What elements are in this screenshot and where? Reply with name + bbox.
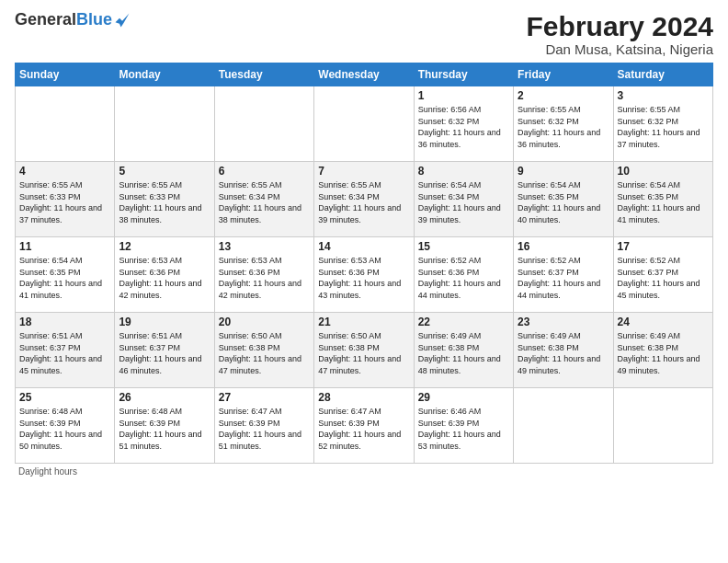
logo-blue-text: Blue [76, 10, 112, 29]
day-number: 24 [618, 316, 709, 328]
calendar-cell: 6Sunrise: 6:55 AM Sunset: 6:34 PM Daylig… [214, 162, 313, 237]
header: GeneralBlue February 2024 Dan Musa, Kats… [15, 11, 713, 57]
calendar-cell: 25Sunrise: 6:48 AM Sunset: 6:39 PM Dayli… [16, 388, 115, 464]
calendar-week-row: 25Sunrise: 6:48 AM Sunset: 6:39 PM Dayli… [16, 388, 713, 464]
day-number: 18 [19, 316, 110, 328]
calendar-cell: 7Sunrise: 6:55 AM Sunset: 6:34 PM Daylig… [314, 162, 414, 237]
day-number: 13 [219, 240, 310, 253]
day-number: 9 [518, 165, 609, 178]
calendar-cell [115, 86, 214, 162]
subtitle: Dan Musa, Katsina, Nigeria [527, 41, 713, 57]
day-number: 1 [418, 89, 509, 102]
day-info: Sunrise: 6:47 AM Sunset: 6:39 PM Dayligh… [219, 406, 310, 452]
calendar-cell: 27Sunrise: 6:47 AM Sunset: 6:39 PM Dayli… [214, 388, 313, 464]
calendar-day-header: Wednesday [314, 63, 414, 86]
calendar-cell: 28Sunrise: 6:47 AM Sunset: 6:39 PM Dayli… [314, 388, 414, 464]
day-info: Sunrise: 6:54 AM Sunset: 6:35 PM Dayligh… [19, 255, 110, 301]
day-info: Sunrise: 6:54 AM Sunset: 6:35 PM Dayligh… [618, 179, 709, 225]
calendar-cell: 8Sunrise: 6:54 AM Sunset: 6:34 PM Daylig… [414, 162, 513, 237]
calendar-cell [16, 86, 115, 162]
day-info: Sunrise: 6:48 AM Sunset: 6:39 PM Dayligh… [119, 406, 210, 452]
day-number: 26 [119, 391, 210, 404]
day-number: 11 [19, 240, 110, 253]
day-number: 2 [518, 89, 609, 102]
logo: GeneralBlue [15, 11, 131, 29]
day-number: 8 [418, 165, 509, 178]
day-number: 7 [318, 165, 409, 178]
day-number: 10 [618, 165, 709, 178]
day-number: 5 [119, 165, 210, 178]
day-info: Sunrise: 6:54 AM Sunset: 6:34 PM Dayligh… [418, 179, 509, 225]
calendar-cell: 13Sunrise: 6:53 AM Sunset: 6:36 PM Dayli… [214, 237, 313, 313]
day-info: Sunrise: 6:47 AM Sunset: 6:39 PM Dayligh… [318, 406, 409, 452]
calendar-cell: 24Sunrise: 6:49 AM Sunset: 6:38 PM Dayli… [613, 313, 712, 388]
day-info: Sunrise: 6:53 AM Sunset: 6:36 PM Dayligh… [119, 255, 210, 301]
day-info: Sunrise: 6:49 AM Sunset: 6:38 PM Dayligh… [518, 330, 609, 376]
calendar-cell: 4Sunrise: 6:55 AM Sunset: 6:33 PM Daylig… [16, 162, 115, 237]
calendar-cell: 9Sunrise: 6:54 AM Sunset: 6:35 PM Daylig… [514, 162, 613, 237]
calendar-cell: 26Sunrise: 6:48 AM Sunset: 6:39 PM Dayli… [115, 388, 214, 464]
calendar-cell: 21Sunrise: 6:50 AM Sunset: 6:38 PM Dayli… [314, 313, 414, 388]
day-number: 15 [418, 240, 509, 253]
calendar-cell: 16Sunrise: 6:52 AM Sunset: 6:37 PM Dayli… [514, 237, 613, 313]
calendar-cell: 3Sunrise: 6:55 AM Sunset: 6:32 PM Daylig… [613, 86, 712, 162]
day-number: 27 [219, 391, 310, 404]
day-info: Sunrise: 6:55 AM Sunset: 6:32 PM Dayligh… [618, 104, 709, 150]
page: GeneralBlue February 2024 Dan Musa, Kats… [0, 0, 728, 563]
calendar-cell: 19Sunrise: 6:51 AM Sunset: 6:37 PM Dayli… [115, 313, 214, 388]
day-info: Sunrise: 6:51 AM Sunset: 6:37 PM Dayligh… [119, 330, 210, 376]
day-info: Sunrise: 6:52 AM Sunset: 6:36 PM Dayligh… [418, 255, 509, 301]
calendar-cell: 20Sunrise: 6:50 AM Sunset: 6:38 PM Dayli… [214, 313, 313, 388]
day-number: 4 [19, 165, 110, 178]
day-number: 19 [119, 316, 210, 328]
day-info: Sunrise: 6:52 AM Sunset: 6:37 PM Dayligh… [518, 255, 609, 301]
day-info: Sunrise: 6:56 AM Sunset: 6:32 PM Dayligh… [418, 104, 509, 150]
day-info: Sunrise: 6:50 AM Sunset: 6:38 PM Dayligh… [318, 330, 409, 376]
calendar-week-row: 11Sunrise: 6:54 AM Sunset: 6:35 PM Dayli… [16, 237, 713, 313]
calendar-cell: 23Sunrise: 6:49 AM Sunset: 6:38 PM Dayli… [514, 313, 613, 388]
title-area: February 2024 Dan Musa, Katsina, Nigeria [527, 11, 713, 57]
day-number: 28 [318, 391, 409, 404]
day-number: 23 [518, 316, 609, 328]
day-info: Sunrise: 6:50 AM Sunset: 6:38 PM Dayligh… [219, 330, 310, 376]
day-info: Sunrise: 6:55 AM Sunset: 6:32 PM Dayligh… [518, 104, 609, 150]
day-info: Sunrise: 6:55 AM Sunset: 6:33 PM Dayligh… [19, 179, 110, 225]
calendar-cell [214, 86, 313, 162]
calendar-header-row: SundayMondayTuesdayWednesdayThursdayFrid… [16, 63, 713, 86]
day-info: Sunrise: 6:51 AM Sunset: 6:37 PM Dayligh… [19, 330, 110, 376]
calendar-cell: 22Sunrise: 6:49 AM Sunset: 6:38 PM Dayli… [414, 313, 513, 388]
day-info: Sunrise: 6:53 AM Sunset: 6:36 PM Dayligh… [318, 255, 409, 301]
calendar-cell: 12Sunrise: 6:53 AM Sunset: 6:36 PM Dayli… [115, 237, 214, 313]
day-number: 22 [418, 316, 509, 328]
calendar-week-row: 1Sunrise: 6:56 AM Sunset: 6:32 PM Daylig… [16, 86, 713, 162]
calendar-cell [613, 388, 712, 464]
day-info: Sunrise: 6:55 AM Sunset: 6:34 PM Dayligh… [318, 179, 409, 225]
main-title: February 2024 [527, 11, 713, 41]
logo-general-text: General [15, 10, 76, 29]
calendar-cell [314, 86, 414, 162]
day-number: 3 [618, 89, 709, 102]
day-number: 6 [219, 165, 310, 178]
calendar-cell: 14Sunrise: 6:53 AM Sunset: 6:36 PM Dayli… [314, 237, 414, 313]
day-number: 16 [518, 240, 609, 253]
calendar-day-header: Tuesday [214, 63, 313, 86]
footer-note: Daylight hours [15, 466, 713, 477]
calendar-cell: 17Sunrise: 6:52 AM Sunset: 6:37 PM Dayli… [613, 237, 712, 313]
calendar-cell: 11Sunrise: 6:54 AM Sunset: 6:35 PM Dayli… [16, 237, 115, 313]
day-info: Sunrise: 6:46 AM Sunset: 6:39 PM Dayligh… [418, 406, 509, 452]
day-number: 29 [418, 391, 509, 404]
calendar-day-header: Saturday [613, 63, 712, 86]
day-info: Sunrise: 6:53 AM Sunset: 6:36 PM Dayligh… [219, 255, 310, 301]
calendar-week-row: 18Sunrise: 6:51 AM Sunset: 6:37 PM Dayli… [16, 313, 713, 388]
calendar-cell: 1Sunrise: 6:56 AM Sunset: 6:32 PM Daylig… [414, 86, 513, 162]
day-info: Sunrise: 6:48 AM Sunset: 6:39 PM Dayligh… [19, 406, 110, 452]
day-number: 12 [119, 240, 210, 253]
day-info: Sunrise: 6:54 AM Sunset: 6:35 PM Dayligh… [518, 179, 609, 225]
day-number: 25 [19, 391, 110, 404]
calendar-week-row: 4Sunrise: 6:55 AM Sunset: 6:33 PM Daylig… [16, 162, 713, 237]
calendar-day-header: Thursday [414, 63, 513, 86]
day-info: Sunrise: 6:49 AM Sunset: 6:38 PM Dayligh… [618, 330, 709, 376]
day-info: Sunrise: 6:49 AM Sunset: 6:38 PM Dayligh… [418, 330, 509, 376]
calendar-cell: 15Sunrise: 6:52 AM Sunset: 6:36 PM Dayli… [414, 237, 513, 313]
logo-bird-icon [114, 12, 131, 29]
